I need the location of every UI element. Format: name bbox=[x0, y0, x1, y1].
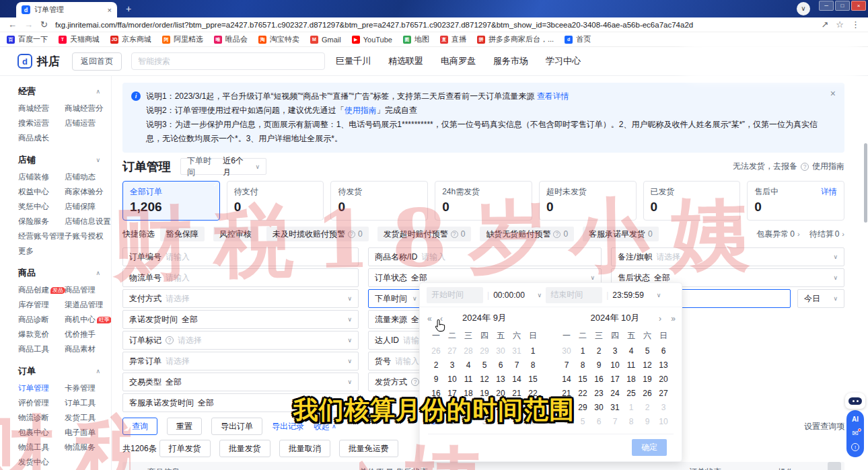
sidebar-item[interactable]: 商城经营分 bbox=[65, 104, 111, 114]
sidebar-item[interactable]: 评价管理 bbox=[18, 398, 63, 408]
sidebar-item[interactable]: 奖惩中心 bbox=[18, 202, 63, 212]
order-stat-card[interactable]: 待发货 0 bbox=[330, 181, 428, 221]
cannot-ship-report-link[interactable]: 无法发货，去报备 bbox=[733, 161, 797, 172]
sidebar-item[interactable]: 商机中心旺季 bbox=[65, 315, 112, 325]
bookmark-item[interactable]: 图 地图 bbox=[403, 34, 429, 44]
sidebar-item[interactable]: 搜索运营 bbox=[18, 118, 63, 128]
calendar-day[interactable]: 7 bbox=[509, 358, 525, 373]
sidebar-item[interactable]: 店铺运营 bbox=[65, 118, 111, 128]
sidebar-item[interactable]: 电子面单 bbox=[65, 428, 111, 438]
calendar-day[interactable]: 2 bbox=[428, 358, 444, 373]
menu-icon[interactable]: ⋮ bbox=[851, 19, 860, 30]
sidebar-item[interactable]: 物流服务 bbox=[65, 442, 111, 453]
bookmark-item[interactable]: 阿 阿里精选 bbox=[162, 34, 203, 44]
header-nav-item[interactable]: 巨量千川 bbox=[336, 55, 371, 67]
bookmark-item[interactable]: d 首页 bbox=[565, 34, 591, 44]
order-stat-card[interactable]: 已发货 0 bbox=[643, 181, 741, 221]
filter-field[interactable]: 支付方式请选择∨ bbox=[122, 289, 359, 308]
new-tab-button[interactable]: + bbox=[122, 3, 135, 15]
sidebar-item[interactable]: 物流诊断 bbox=[18, 413, 63, 423]
order-stat-card[interactable]: 待支付 0 bbox=[227, 181, 324, 221]
calendar-day[interactable]: 8 bbox=[575, 358, 591, 373]
section-arrow-icon[interactable]: ∧ bbox=[96, 88, 100, 95]
start-time-select[interactable]: 00:00:00 ∨ bbox=[493, 290, 542, 300]
sidebar-section-header[interactable]: 店铺 ∨ bbox=[18, 154, 111, 166]
minimize-button[interactable]: ─ bbox=[819, 1, 834, 11]
start-date-input[interactable]: 开始时间 bbox=[427, 287, 483, 303]
calendar-day[interactable]: 25 bbox=[623, 387, 639, 401]
sidebar-item[interactable]: 优价推手 bbox=[65, 329, 112, 340]
calendar-day[interactable]: 10 bbox=[655, 415, 672, 429]
quick-filter-tag[interactable]: 发货超时赔付预警?0 bbox=[377, 227, 472, 241]
header-nav-item[interactable]: 电商罗盘 bbox=[441, 55, 476, 67]
calendar-day[interactable]: 8 bbox=[623, 415, 639, 429]
calendar-day[interactable]: 6 bbox=[591, 415, 607, 429]
prev-year-icon[interactable]: « bbox=[427, 314, 431, 323]
calendar-day[interactable]: 1 bbox=[623, 401, 639, 415]
douyin-shop-logo[interactable]: d 抖店 bbox=[17, 54, 60, 69]
order-stat-card[interactable]: 全部订单 1,206 ✓ bbox=[122, 181, 220, 221]
calendar-day[interactable]: 31 bbox=[509, 344, 525, 358]
batch-button[interactable]: 打单发货 bbox=[159, 440, 211, 457]
confirm-button[interactable]: 确定 bbox=[632, 439, 667, 456]
order-stat-card[interactable]: 售后中 详情 0 bbox=[747, 181, 844, 221]
calendar-day[interactable]: 5 bbox=[575, 415, 591, 429]
calendar-day[interactable]: 10 bbox=[444, 373, 460, 387]
filter-field[interactable]: 备注/旗帜请选择∨ bbox=[611, 247, 844, 266]
sidebar-item[interactable]: 物流工具 bbox=[18, 442, 63, 453]
calendar-day[interactable]: 14 bbox=[558, 373, 575, 387]
calendar-day[interactable]: 5 bbox=[639, 344, 655, 358]
sidebar-item[interactable]: 商品成长 bbox=[18, 133, 63, 143]
calendar-day[interactable]: 29 bbox=[476, 344, 493, 358]
calendar-day[interactable]: 12 bbox=[476, 373, 493, 387]
header-nav-item[interactable]: 服务市场 bbox=[493, 55, 528, 67]
section-arrow-icon[interactable]: ∧ bbox=[96, 368, 100, 375]
settings-query-link[interactable]: 设置查询项 bbox=[804, 421, 844, 432]
calendar-day[interactable]: 15 bbox=[525, 373, 541, 387]
calendar-day[interactable]: 9 bbox=[428, 373, 444, 387]
sidebar-section-header[interactable]: 商品 ∧ bbox=[18, 267, 111, 279]
sidebar-item[interactable]: 卡券管理 bbox=[65, 383, 111, 393]
filter-field[interactable]: 交易类型全部∨ bbox=[122, 373, 359, 391]
help-icon[interactable]: ? bbox=[801, 163, 809, 171]
calendar-day[interactable]: 2 bbox=[639, 401, 655, 415]
card-detail-link[interactable]: 详情 bbox=[821, 186, 837, 198]
calendar-day[interactable]: 6 bbox=[493, 358, 509, 373]
calendar-day[interactable]: 7 bbox=[558, 358, 575, 373]
forward-icon[interactable]: → bbox=[24, 19, 33, 30]
bookmark-item[interactable]: JD 京东商城 bbox=[110, 34, 151, 44]
calendar-day[interactable]: 29 bbox=[575, 401, 591, 415]
calendar-day[interactable]: 3 bbox=[607, 344, 623, 358]
sidebar-item[interactable]: 商品创建发品 bbox=[18, 285, 63, 295]
calendar-day[interactable]: 13 bbox=[493, 373, 509, 387]
browser-tab[interactable]: d 订单管理 × bbox=[16, 2, 117, 17]
toolbar-toggle-button[interactable]: ∨ bbox=[797, 2, 810, 15]
quick-filter-tag[interactable]: 豁免保障 bbox=[160, 227, 205, 241]
bookmark-item[interactable]: T 天猫商城 bbox=[59, 34, 100, 44]
calendar-day[interactable]: 7 bbox=[607, 415, 623, 429]
calendar-day[interactable]: 30 bbox=[591, 401, 607, 415]
section-arrow-icon[interactable]: ∨ bbox=[96, 157, 100, 163]
calendar-day[interactable]: 1 bbox=[575, 344, 591, 358]
calendar-day[interactable]: 26 bbox=[428, 344, 444, 358]
mail-icon[interactable]: ✉ bbox=[852, 430, 858, 436]
ai-button[interactable]: AI bbox=[852, 416, 859, 423]
calendar-day[interactable]: 18 bbox=[623, 373, 639, 387]
filter-field[interactable]: 订单编号请输入 bbox=[122, 247, 359, 266]
sidebar-item[interactable]: 订单管理 bbox=[18, 383, 63, 393]
calendar-day[interactable]: 6 bbox=[655, 344, 672, 358]
calendar-day[interactable]: 12 bbox=[639, 358, 655, 373]
sidebar-section-header[interactable]: 经营 ∧ bbox=[18, 85, 111, 97]
sidebar-item[interactable]: 权益中心 bbox=[18, 187, 63, 197]
back-to-top-button[interactable] bbox=[828, 462, 841, 470]
calendar-day[interactable]: 22 bbox=[575, 387, 591, 401]
calendar-day[interactable]: 28 bbox=[460, 344, 476, 358]
batch-button[interactable]: 批量取消 bbox=[279, 440, 330, 457]
back-home-button[interactable]: 返回首页 bbox=[72, 52, 122, 71]
export-orders-button[interactable]: 导出订单 bbox=[211, 418, 262, 435]
calendar-day[interactable]: 4 bbox=[460, 358, 476, 373]
calendar-day[interactable]: 31 bbox=[607, 401, 623, 415]
sidebar-item[interactable]: 商品诊断 bbox=[18, 315, 63, 325]
sidebar-item[interactable]: 商品管理 bbox=[65, 285, 112, 295]
sidebar-item[interactable]: 爆款竞价 bbox=[18, 329, 63, 340]
